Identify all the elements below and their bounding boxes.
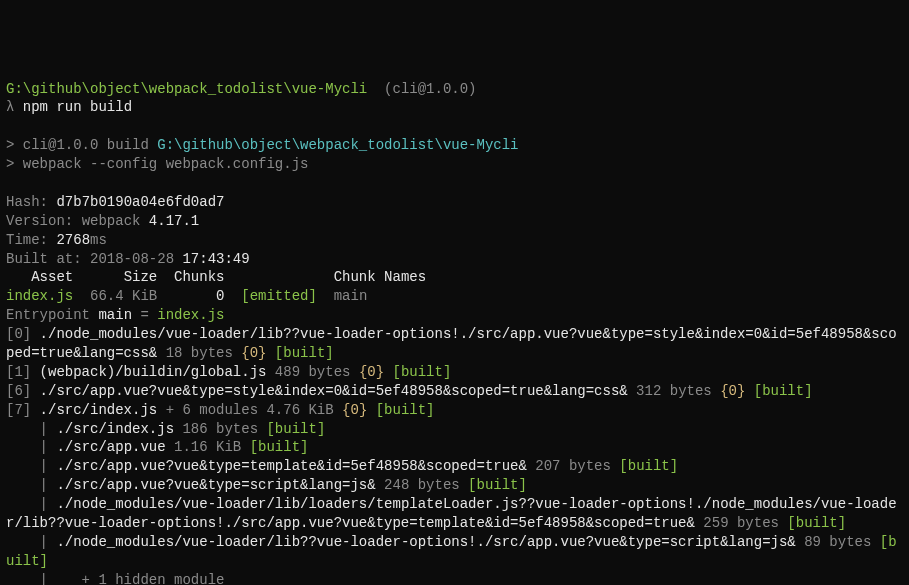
module-index: [0] [6,326,40,342]
hidden-modules: | + 1 hidden module [6,572,224,585]
hash-label: Hash: [6,194,56,210]
hash-value: d7b7b0190a04e6fd0ad7 [56,194,224,210]
sub-pipe: | [6,439,56,455]
module-chunk: {0} [241,345,266,361]
sub-built: [built] [266,421,325,437]
module-path: ./src/index.js [40,402,158,418]
module-chunk: {0} [720,383,745,399]
sub-built: [built] [250,439,309,455]
sub-built: built [796,515,838,531]
module-built: [built] [384,364,451,380]
sub-size: 1.16 KiB [166,439,250,455]
time-label: Time: [6,232,56,248]
time-value: 2768 [56,232,90,248]
module-built: [built] [745,383,812,399]
sub-path: ./node_modules/vue-loader/lib??vue-loade… [56,534,795,550]
sub-path: ./src/app.vue?vue&type=script&lang=js& [56,477,375,493]
module-index: [6] [6,383,40,399]
version-num: 4.17.1 [149,213,199,229]
cli-version: (cli@1.0.0) [384,81,476,97]
asset-chunk-id: 0 [216,288,224,304]
module-index: [7] [6,402,40,418]
sub-size: 259 bytes [695,515,787,531]
module-built: [built] [367,402,434,418]
cwd-path: G:\github\object\webpack_todolist\vue-My… [6,81,367,97]
entry-label: Entrypoint [6,307,98,323]
sub-size: 248 bytes [376,477,468,493]
sub-built: [built] [619,458,678,474]
module-size: 312 bytes [628,383,720,399]
webpack-cmd: > webpack --config webpack.config.js [6,156,308,172]
built-time: 17:43:49 [182,251,249,267]
module-size: 18 bytes [157,345,241,361]
asset-name: index.js [6,288,73,304]
entry-file: index.js [157,307,224,323]
sub-size: 89 bytes [796,534,880,550]
asset-header: Asset Size Chunks Chunk Names [6,269,426,285]
module-plus: + 6 modules [157,402,258,418]
built-label: Built at: [6,251,90,267]
version-tool: webpack [82,213,149,229]
sub-size: 186 bytes [174,421,266,437]
module-size: 4.76 KiB [258,402,342,418]
module-path: (webpack)/buildin/global.js [40,364,267,380]
sub-path: ./src/index.js [56,421,174,437]
sub-path: ./src/app.vue [56,439,165,455]
module-chunk: {0} [359,364,384,380]
module-path: ./node_modules/vue-loader/lib??vue-loade… [6,326,897,361]
sub-pipe: | [6,458,56,474]
asset-chunk-name: main [334,288,368,304]
sub-size: 207 bytes [527,458,619,474]
command-input[interactable]: npm run build [23,99,132,115]
terminal-output: G:\github\object\webpack_todolist\vue-My… [6,80,903,585]
asset-size: 66.4 KiB [73,288,216,304]
sub-pipe: | [6,534,56,550]
npm-script-line: > cli@1.0.0 build [6,137,157,153]
module-index: [1] [6,364,40,380]
prompt-symbol: λ [6,99,23,115]
module-path: ./src/app.vue?vue&type=style&index=0&id=… [40,383,628,399]
module-size: 489 bytes [266,364,358,380]
time-unit: ms [90,232,107,248]
entry-name: main [98,307,132,323]
sub-pipe: | [6,421,56,437]
sub-path: ./src/app.vue?vue&type=template&id=5ef48… [56,458,526,474]
module-chunk: {0} [342,402,367,418]
version-label: Version: [6,213,82,229]
npm-script-path: G:\github\object\webpack_todolist\vue-My… [157,137,518,153]
sub-pipe: | [6,496,56,512]
module-built: [built] [266,345,333,361]
sub-built: [built] [468,477,527,493]
sub-pipe: | [6,477,56,493]
asset-emitted: [emitted] [241,288,317,304]
built-date: 2018-08-28 [90,251,182,267]
